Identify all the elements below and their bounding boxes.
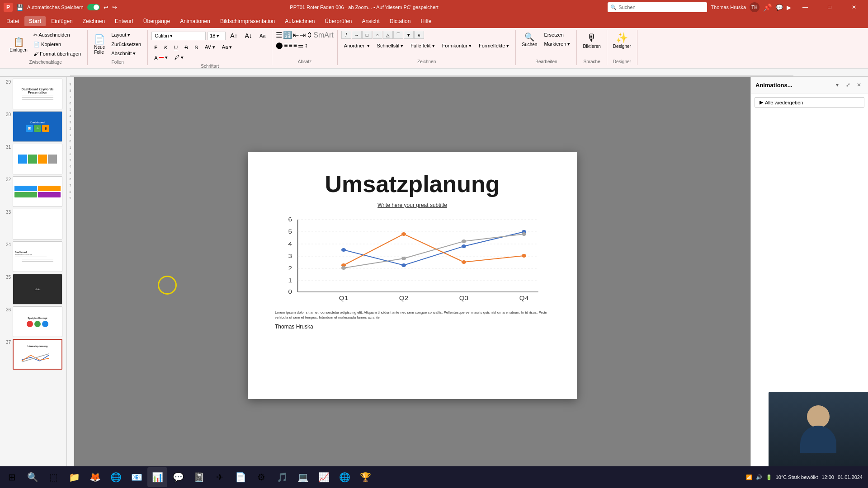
search-button[interactable]: 🔍: [23, 467, 42, 487]
onenote-button[interactable]: 📓: [189, 467, 209, 487]
slide-thumb-32[interactable]: [13, 176, 62, 207]
chrome-button[interactable]: 🌐: [106, 467, 126, 487]
search-bar[interactable]: 🔍 Suchen: [608, 2, 707, 12]
maximize-button[interactable]: □: [819, 0, 840, 14]
clear-format-button[interactable]: Aa: [257, 32, 268, 40]
cut-button[interactable]: ✂ Ausschneiden: [31, 31, 84, 39]
format-copy-button[interactable]: 🖌 Format übertragen: [31, 50, 84, 58]
font-family-dropdown[interactable]: Calibri ▾: [151, 32, 206, 40]
align-center-button[interactable]: ≡: [284, 42, 288, 49]
outlook-button[interactable]: 📧: [127, 467, 146, 487]
shape-curve[interactable]: ⌒: [393, 31, 403, 39]
slide-thumb-36[interactable]: Spielplan Konzept: [13, 306, 62, 337]
line-spacing-button[interactable]: ↕: [305, 42, 308, 49]
teams-button[interactable]: 💬: [168, 467, 188, 487]
shape-more[interactable]: ▼: [404, 31, 414, 39]
slide-thumb-33[interactable]: [13, 209, 62, 239]
slide-thumb-37[interactable]: Umsatzplanung: [13, 339, 62, 370]
slide-item-35[interactable]: 35 photo: [2, 274, 65, 305]
section-button[interactable]: Abschnitt ▾: [108, 49, 144, 58]
replace-button[interactable]: Ersetzen: [541, 31, 573, 39]
menu-hilfe[interactable]: Hilfe: [416, 16, 436, 26]
columns-button[interactable]: ⚌: [298, 42, 304, 49]
align-right-button[interactable]: ≡: [289, 42, 292, 49]
text-direction-button[interactable]: ⇕: [307, 31, 312, 39]
highlight-color-button[interactable]: 🖍 ▾: [172, 53, 186, 62]
shape-triangle[interactable]: △: [383, 31, 393, 39]
comments-icon[interactable]: 💬: [776, 4, 783, 11]
indent-less-button[interactable]: ⇤: [293, 31, 299, 39]
slide-author[interactable]: Thomas Hruska: [275, 324, 550, 330]
file-explorer-button[interactable]: 📁: [64, 467, 84, 487]
new-slide-button[interactable]: 📄 NeueFolie: [91, 33, 108, 56]
select-button[interactable]: Markieren ▾: [541, 40, 573, 48]
copy-button[interactable]: 📄 Kopieren: [31, 40, 84, 49]
save-icon[interactable]: 💾: [16, 4, 24, 11]
italic-button[interactable]: K: [161, 43, 170, 52]
app8-button[interactable]: 🌐: [335, 467, 354, 487]
menu-entwurf[interactable]: Entwurf: [110, 16, 138, 26]
convert-smartart-button[interactable]: SmArt: [313, 31, 333, 39]
menu-dictation[interactable]: Dictation: [385, 16, 415, 26]
arrange-button[interactable]: Anordnen ▾: [341, 42, 373, 50]
shape-rect[interactable]: □: [362, 31, 372, 39]
effect-button[interactable]: Formeffekte ▾: [476, 42, 512, 50]
menu-aufzeichnen[interactable]: Aufzeichnen: [280, 16, 319, 26]
task-view-button[interactable]: ⬚: [43, 467, 63, 487]
close-button[interactable]: ✕: [844, 0, 864, 14]
play-all-button[interactable]: ▶ Alle wiedergeben: [755, 97, 864, 108]
shape-extra[interactable]: ∧: [414, 31, 424, 39]
menu-datei[interactable]: Datei: [2, 16, 24, 26]
powerpoint-button[interactable]: 📊: [147, 467, 167, 487]
slide-item-29[interactable]: 29 Dashboard keywords Presentation: [2, 79, 65, 109]
animations-close-button[interactable]: ✕: [854, 80, 863, 89]
menu-einfuegen[interactable]: Einfügen: [47, 16, 77, 26]
shape-arrow[interactable]: →: [352, 31, 362, 39]
slide-thumb-30[interactable]: Dashboard 📊 ⚙ 📱: [13, 111, 62, 142]
slide-title[interactable]: Umsatzplanung: [275, 170, 550, 197]
undo-icon[interactable]: ↩: [104, 4, 108, 11]
menu-animationen[interactable]: Animationen: [175, 16, 215, 26]
slide-thumb-35[interactable]: photo: [13, 274, 62, 305]
increase-font-button[interactable]: A↑: [227, 31, 240, 41]
list-number-button[interactable]: 🔢: [283, 31, 292, 39]
app9-button[interactable]: 🏆: [355, 467, 375, 487]
app5-button[interactable]: ⚙: [251, 467, 271, 487]
font-size-dropdown[interactable]: 18 ▾: [208, 32, 226, 40]
list-bullet-button[interactable]: ☰: [276, 31, 282, 39]
fill-button[interactable]: Fülleffekt ▾: [408, 42, 438, 50]
dictation-button[interactable]: 🎙 Diktieren: [580, 31, 603, 50]
shape-circle[interactable]: ○: [373, 31, 382, 39]
strikethrough-button[interactable]: S: [182, 43, 190, 52]
justify-button[interactable]: ≡: [293, 42, 297, 49]
find-button[interactable]: 🔍 Suchen: [519, 31, 539, 48]
decrease-font-button[interactable]: A↓: [242, 31, 255, 41]
telegram-button[interactable]: ✈: [210, 467, 230, 487]
slide-item-36[interactable]: 36 Spielplan Konzept: [2, 306, 65, 337]
redo-icon[interactable]: ↪: [112, 4, 117, 11]
animations-popout-button[interactable]: ⤢: [844, 80, 853, 89]
slide-subtitle[interactable]: Write here your great subtitle: [275, 202, 550, 208]
slide-body-text[interactable]: Lorem ipsum dolor sit amet, consectetur …: [275, 310, 550, 320]
slide-item-30[interactable]: 30 Dashboard 📊 ⚙ 📱: [2, 111, 65, 142]
excel-button[interactable]: 📈: [314, 467, 334, 487]
app6-button[interactable]: 🎵: [272, 467, 292, 487]
menu-uebergaenge[interactable]: Übergänge: [139, 16, 175, 26]
start-button[interactable]: ⊞: [2, 467, 22, 487]
shadow-button[interactable]: S: [192, 43, 201, 52]
paste-button[interactable]: 📋 Einfügen: [7, 35, 30, 54]
minimize-button[interactable]: —: [795, 0, 816, 14]
slide-item-32[interactable]: 32: [2, 176, 65, 207]
slide-thumb-29[interactable]: Dashboard keywords Presentation: [13, 79, 62, 109]
slide-item-33[interactable]: 33: [2, 209, 65, 239]
slide-item-31[interactable]: 31: [2, 144, 65, 174]
slide-thumb-34[interactable]: Dashboard Raiffeisen Baustmark: [13, 241, 62, 272]
present-icon[interactable]: ▶: [787, 4, 791, 11]
case-button[interactable]: Aa ▾: [219, 43, 235, 52]
acrobat-button[interactable]: 📄: [231, 467, 250, 487]
outline-button[interactable]: Formkontur ▾: [439, 42, 474, 50]
font-color-button[interactable]: A ▾: [151, 53, 170, 62]
underline-button[interactable]: U: [171, 43, 180, 52]
slide-thumb-31[interactable]: [13, 144, 62, 174]
ribbon-pin-icon[interactable]: 📌: [763, 3, 772, 12]
